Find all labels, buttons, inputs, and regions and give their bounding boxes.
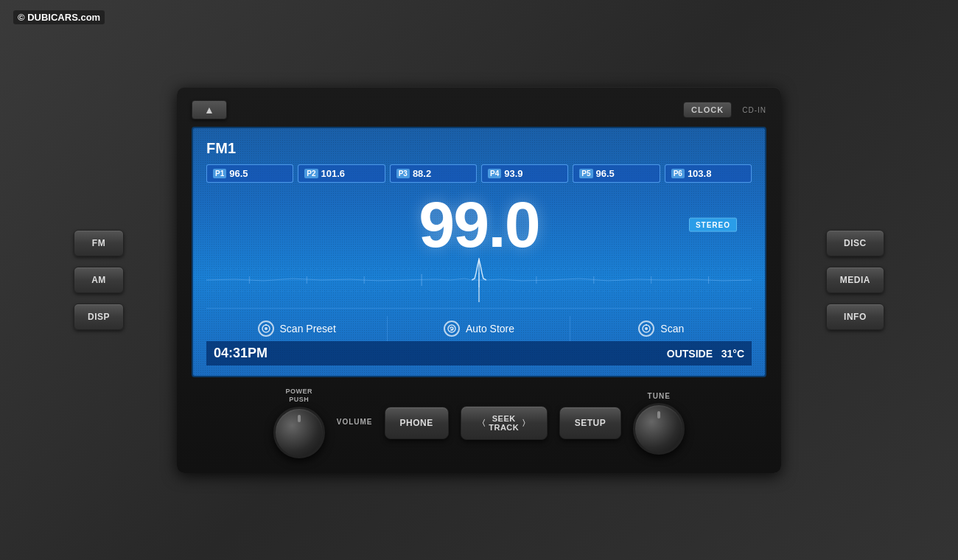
tune-wrapper: TUNE <box>633 392 685 455</box>
volume-knob[interactable] <box>273 407 325 458</box>
left-panel: FM AM DISP <box>74 230 124 330</box>
preset-freq-4: 93.9 <box>504 168 522 179</box>
disp-button[interactable]: DISP <box>74 304 124 330</box>
auto-store-svg <box>447 323 457 334</box>
preset-num-5: P5 <box>579 169 592 178</box>
info-button[interactable]: INFO <box>826 304 884 330</box>
setup-button[interactable]: SETUP <box>559 407 622 439</box>
scan-svg <box>641 323 651 334</box>
auto-store-icon <box>444 321 460 337</box>
auto-store-button[interactable]: Auto Store <box>388 316 570 341</box>
svg-point-18 <box>645 327 648 330</box>
disc-button[interactable]: DISC <box>826 230 884 256</box>
head-unit: ▲ CLOCK CD-IN FM1 P1 96.5 P2 <box>177 87 781 473</box>
scan-icon <box>638 321 654 337</box>
auto-store-label: Auto Store <box>466 323 514 335</box>
main-frequency: 99.0 <box>419 192 539 257</box>
outside-temp: OUTSIDE 31°C <box>667 348 744 360</box>
preset-num-6: P6 <box>671 169 685 178</box>
phone-button[interactable]: PHONE <box>385 407 449 439</box>
tuner-bar <box>206 258 752 302</box>
preset-freq-6: 103.8 <box>688 168 712 179</box>
car-unit: © DUBICARS.com FM AM DISP DISC MEDIA INF… <box>0 0 958 560</box>
seek-track-label: SEEKTRACK <box>489 414 519 432</box>
scan-preset-svg <box>261 323 271 334</box>
temperature: 31°C <box>721 348 744 360</box>
scan-label: Scan <box>660 323 684 335</box>
fm-button[interactable]: FM <box>74 230 124 256</box>
band-label: FM1 <box>206 140 752 157</box>
bottom-controls: POWERPUSH VOLUME PHONE 〈 SEEKTRACK 〉 SET… <box>192 388 766 458</box>
power-wrapper: POWERPUSH <box>273 388 325 458</box>
preset-freq-5: 96.5 <box>596 168 615 179</box>
scan-button[interactable]: Scan <box>571 316 752 341</box>
volume-label: VOLUME <box>337 418 373 426</box>
seek-left-arrow: 〈 <box>478 418 486 429</box>
am-button[interactable]: AM <box>74 267 124 293</box>
svg-point-14 <box>265 327 268 330</box>
screen-content: FM1 P1 96.5 P2 101.6 P3 88.2 <box>206 140 752 365</box>
tune-label: TUNE <box>648 392 671 400</box>
watermark: © DUBICARS.com <box>13 10 105 24</box>
screen: FM1 P1 96.5 P2 101.6 P3 88.2 <box>192 127 766 377</box>
seek-inner: 〈 SEEKTRACK 〉 <box>478 414 531 432</box>
preset-p4[interactable]: P4 93.9 <box>481 164 568 183</box>
media-button[interactable]: MEDIA <box>826 267 884 293</box>
top-strip: ▲ CLOCK CD-IN <box>192 100 766 119</box>
presets-row: P1 96.5 P2 101.6 P3 88.2 P4 93.9 <box>206 164 752 183</box>
preset-num-2: P2 <box>304 169 318 178</box>
tuner-svg <box>206 258 752 302</box>
scan-preset-button[interactable]: Scan Preset <box>206 316 388 341</box>
tune-knob[interactable] <box>633 403 685 455</box>
preset-freq-1: 96.5 <box>229 168 248 179</box>
preset-p6[interactable]: P6 103.8 <box>665 164 752 183</box>
seek-track-button[interactable]: 〈 SEEKTRACK 〉 <box>461 406 548 440</box>
time-display: 04:31PM <box>214 346 268 361</box>
stereo-badge: STEREO <box>689 218 737 232</box>
preset-p2[interactable]: P2 101.6 <box>298 164 385 183</box>
scan-preset-icon <box>258 321 274 337</box>
outside-label: OUTSIDE <box>667 348 713 360</box>
scan-preset-label: Scan Preset <box>280 323 336 335</box>
preset-num-1: P1 <box>213 169 226 178</box>
freq-display: 99.0 STEREO <box>206 192 752 258</box>
preset-freq-2: 101.6 <box>321 168 346 179</box>
preset-p5[interactable]: P5 96.5 <box>573 164 660 183</box>
preset-p3[interactable]: P3 88.2 <box>390 164 477 183</box>
clock-button[interactable]: CLOCK <box>683 102 732 118</box>
action-buttons: Scan Preset Auto Store <box>206 308 752 341</box>
preset-num-3: P3 <box>396 169 410 178</box>
power-label: POWERPUSH <box>285 388 312 404</box>
preset-num-4: P4 <box>488 169 501 178</box>
right-panel: DISC MEDIA INFO <box>826 230 884 330</box>
cd-in-label: CD-IN <box>742 106 766 114</box>
eject-button[interactable]: ▲ <box>192 100 227 119</box>
seek-right-arrow: 〉 <box>522 418 531 429</box>
preset-freq-3: 88.2 <box>413 168 431 179</box>
preset-p1[interactable]: P1 96.5 <box>206 164 293 183</box>
status-bar: 04:31PM OUTSIDE 31°C <box>206 341 752 365</box>
